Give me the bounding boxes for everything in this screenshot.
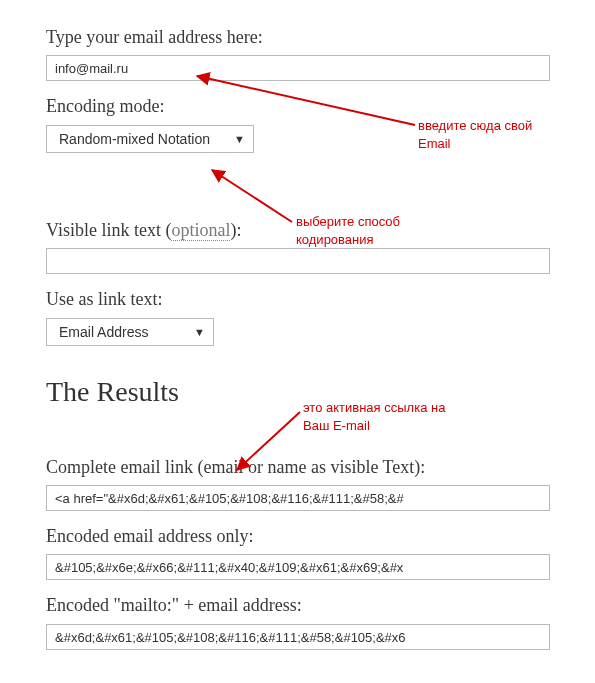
use-as-select[interactable]: Email Address ▼ [46,318,214,346]
visible-text-label-post: ): [230,220,241,240]
complete-link-label: Complete email link (email or name as vi… [46,456,552,479]
use-as-selected: Email Address [59,324,148,340]
email-label: Type your email address here: [46,26,552,49]
visible-text-input[interactable] [46,248,550,274]
visible-text-label-optional: optional [171,220,230,241]
email-input[interactable] [46,55,550,81]
encoded-mailto-label: Encoded "mailto:" + email address: [46,594,552,617]
complete-link-output[interactable]: <a href="&#x6d;&#x61;&#105;&#108;&#116;&… [46,485,550,511]
results-heading: The Results [46,376,552,408]
encoded-address-output[interactable]: &#105;&#x6e;&#x66;&#111;&#x40;&#109;&#x6… [46,554,550,580]
encoded-mailto-output[interactable]: &#x6d;&#x61;&#105;&#108;&#116;&#111;&#58… [46,624,550,650]
annotation-email: введите сюда свой Email [418,117,532,152]
chevron-down-icon: ▼ [234,133,245,145]
encoding-selected: Random-mixed Notation [59,131,210,147]
encoded-address-label: Encoded email address only: [46,525,552,548]
chevron-down-icon: ▼ [194,326,205,338]
encoding-select[interactable]: Random-mixed Notation ▼ [46,125,254,153]
use-as-label: Use as link text: [46,288,552,311]
annotation-encoding: выберите способ кодирования [296,213,400,248]
visible-text-label-pre: Visible link text ( [46,220,171,240]
encoding-label: Encoding mode: [46,95,552,118]
annotation-result-link: это активная ссылка на Ваш E-mail [303,399,445,434]
